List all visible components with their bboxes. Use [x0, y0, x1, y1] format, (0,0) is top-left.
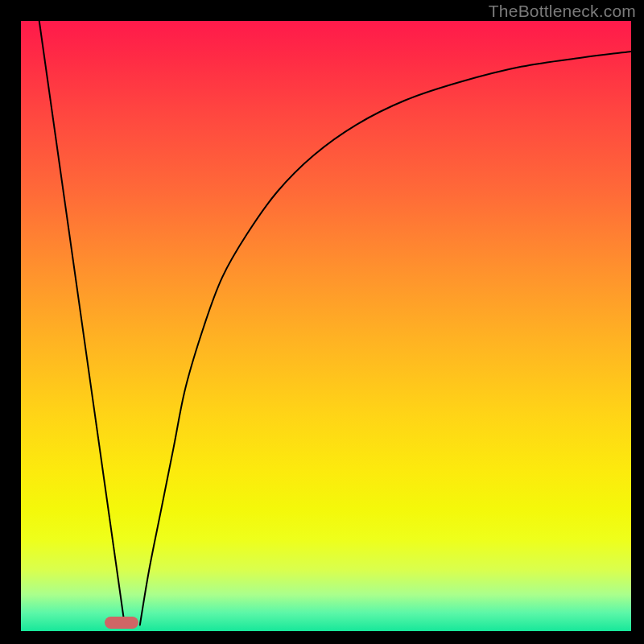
- series-right-curve: [140, 52, 631, 625]
- curve-layer: [21, 21, 631, 631]
- plot-area: [21, 21, 631, 631]
- min-marker-badge: [105, 617, 138, 629]
- chart-frame: TheBottleneck.com: [0, 0, 644, 644]
- watermark-text: TheBottleneck.com: [489, 2, 636, 21]
- series-left-line: [39, 21, 125, 625]
